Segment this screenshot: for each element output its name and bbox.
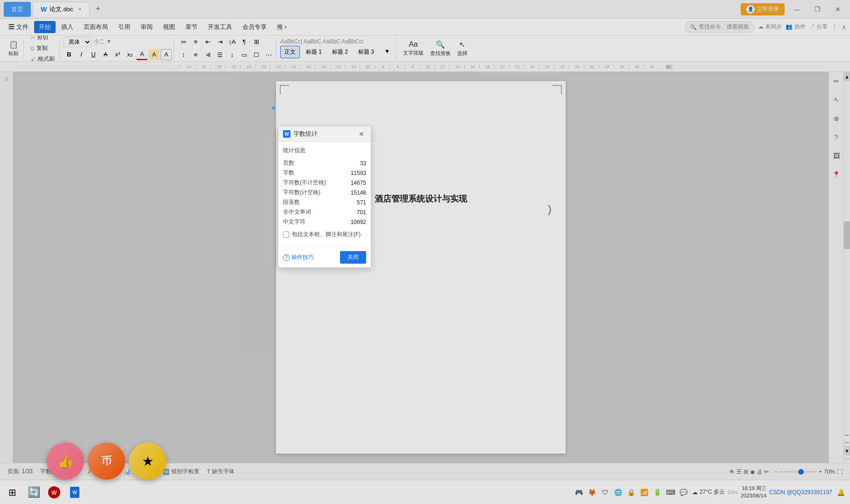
dialog-row-words: 字数 11593: [283, 168, 366, 178]
word-count-dialog: W 字数统计 ✕ 统计信息 页数 33 字数 11593 字符数(不计空格) 1…: [278, 126, 371, 268]
dialog-row-chars-no-space: 字符数(不计空格) 14675: [283, 178, 366, 188]
dialog-title: 字数统计: [293, 130, 354, 138]
dialog-overlay: W 字数统计 ✕ 统计信息 页数 33 字数 11593 字符数(不计空格) 1…: [0, 0, 850, 504]
dialog-close-button[interactable]: 关闭: [340, 251, 366, 264]
dialog-icon: W: [283, 130, 290, 138]
dialog-row-chinese-chars: 中文字符 10892: [283, 217, 366, 227]
dialog-row-pages: 页数 33: [283, 158, 366, 168]
include-footnotes-checkbox[interactable]: [283, 231, 289, 238]
include-footnotes-label: 包括文本框、脚注和尾注(F): [292, 231, 361, 238]
dialog-body: 统计信息 页数 33 字数 11593 字符数(不计空格) 14675 字符数(…: [278, 142, 371, 247]
dialog-footer: ? 操作技巧 关闭: [278, 247, 371, 267]
dialog-checkbox-row: 包括文本框、脚注和尾注(F): [283, 231, 366, 238]
dialog-help-link[interactable]: ? 操作技巧: [283, 253, 314, 261]
dialog-title-bar[interactable]: W 字数统计 ✕: [278, 126, 371, 142]
dialog-close-icon[interactable]: ✕: [357, 129, 366, 139]
help-circle-icon: ?: [283, 254, 290, 261]
dialog-row-non-chinese: 非中文单词 701: [283, 207, 366, 217]
dialog-row-paragraphs: 段落数 571: [283, 197, 366, 207]
dialog-section: 统计信息: [283, 147, 366, 154]
dialog-row-chars-space: 字符数(计空格) 15148: [283, 188, 366, 197]
